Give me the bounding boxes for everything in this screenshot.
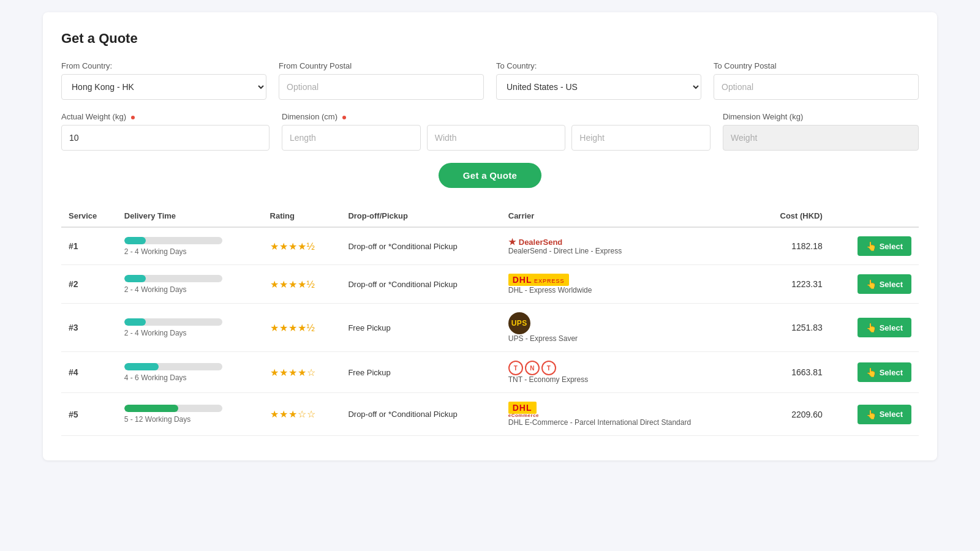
actual-weight-input[interactable]: 10	[61, 125, 270, 151]
select-cell[interactable]: 👆 Select	[830, 393, 919, 436]
col-carrier: Carrier	[501, 205, 756, 227]
form-row-countries: From Country: Hong Kong - HK From Countr…	[61, 61, 919, 100]
cost-cell: 1223.31	[756, 265, 830, 304]
progress-wrap: 4 - 6 Working Days	[124, 363, 255, 382]
select-label: Select	[880, 410, 903, 419]
progress-bar-fill	[124, 275, 146, 282]
carrier-name: UPS - Express Saver	[508, 334, 749, 343]
page-container: Get a Quote From Country: Hong Kong - HK…	[43, 12, 937, 460]
progress-bar-bg	[124, 405, 222, 412]
table-body: #1 2 - 4 Working Days ★★★★½ Drop-off or …	[61, 227, 919, 436]
col-rating: Rating	[263, 205, 341, 227]
dropoff-cell: Drop-off or *Conditional Pickup	[341, 227, 500, 265]
hand-icon: 👆	[866, 241, 876, 251]
required-indicator	[131, 116, 135, 119]
col-service: Service	[61, 205, 117, 227]
select-label: Select	[880, 368, 903, 377]
ups-logo: UPS	[508, 312, 530, 334]
length-input[interactable]	[282, 125, 421, 151]
cost-cell: 1182.18	[756, 227, 830, 265]
select-button[interactable]: 👆 Select	[858, 236, 911, 256]
to-country-label: To Country:	[496, 61, 701, 70]
to-postal-label: To Country Postal	[714, 61, 919, 70]
tnt-logo: T N T	[508, 361, 556, 375]
rating-cell: ★★★★½	[263, 304, 341, 352]
rating-cell: ★★★☆☆	[263, 393, 341, 436]
dhl-logo: DHL EXPRESS	[508, 274, 569, 286]
rating-cell: ★★★★½	[263, 227, 341, 265]
table-row: #3 2 - 4 Working Days ★★★★½ Free Pickup …	[61, 304, 919, 352]
col-cost: Cost (HKD)	[756, 205, 830, 227]
select-cell[interactable]: 👆 Select	[830, 227, 919, 265]
progress-bar-fill	[124, 237, 146, 244]
dealersend-logo: ★DealerSend	[508, 237, 563, 247]
results-table: Service Delivery Time Rating Drop-off/Pi…	[61, 205, 919, 436]
rating-cell: ★★★★☆	[263, 352, 341, 393]
get-quote-button[interactable]: Get a Quote	[439, 163, 541, 188]
row-num: #3	[61, 304, 117, 352]
page-title: Get a Quote	[61, 31, 919, 47]
delivery-cell: 2 - 4 Working Days	[117, 265, 263, 304]
col-dropoff: Drop-off/Pickup	[341, 205, 500, 227]
select-button[interactable]: 👆 Select	[858, 405, 911, 424]
stars: ★★★★½	[270, 279, 315, 290]
delivery-days: 2 - 4 Working Days	[124, 247, 255, 256]
select-cell[interactable]: 👆 Select	[830, 265, 919, 304]
select-button[interactable]: 👆 Select	[858, 362, 911, 382]
width-input[interactable]	[427, 125, 566, 151]
stars: ★★★★½	[270, 323, 315, 333]
row-num: #2	[61, 265, 117, 304]
delivery-cell: 4 - 6 Working Days	[117, 352, 263, 393]
to-postal-group: To Country Postal	[714, 61, 919, 100]
progress-wrap: 5 - 12 Working Days	[124, 405, 255, 424]
select-cell[interactable]: 👆 Select	[830, 304, 919, 352]
delivery-days: 5 - 12 Working Days	[124, 415, 255, 424]
from-country-select[interactable]: Hong Kong - HK	[61, 74, 266, 100]
carrier-cell: ★DealerSend DealerSend - Direct Line - E…	[501, 227, 756, 265]
required-indicator-2	[342, 116, 346, 119]
hand-icon: 👆	[866, 410, 876, 419]
cost-cell: 1251.83	[756, 304, 830, 352]
carrier-cell: T N T TNT - Economy Express	[501, 352, 756, 393]
select-button[interactable]: 👆 Select	[858, 318, 911, 337]
progress-wrap: 2 - 4 Working Days	[124, 318, 255, 337]
select-cell[interactable]: 👆 Select	[830, 352, 919, 393]
select-button[interactable]: 👆 Select	[858, 274, 911, 294]
dim-weight-input	[723, 125, 919, 151]
delivery-days: 4 - 6 Working Days	[124, 373, 255, 382]
delivery-days: 2 - 4 Working Days	[124, 285, 255, 294]
cost-cell: 1663.81	[756, 352, 830, 393]
from-country-group: From Country: Hong Kong - HK	[61, 61, 266, 100]
carrier-name: DHL E-Commerce - Parcel International Di…	[508, 418, 749, 427]
carrier-cell: UPS UPS - Express Saver	[501, 304, 756, 352]
progress-bar-fill	[124, 405, 178, 412]
to-postal-input[interactable]	[714, 74, 919, 100]
select-label: Select	[880, 323, 903, 332]
cost-cell: 2209.60	[756, 393, 830, 436]
progress-bar-bg	[124, 275, 222, 282]
row-num: #4	[61, 352, 117, 393]
progress-wrap: 2 - 4 Working Days	[124, 275, 255, 294]
hand-icon: 👆	[866, 323, 876, 332]
row-num: #1	[61, 227, 117, 265]
to-country-select[interactable]: United States - US	[496, 74, 701, 100]
dimension-inputs	[282, 125, 710, 151]
progress-bar-bg	[124, 363, 222, 370]
progress-bar-fill	[124, 318, 146, 326]
from-postal-label: From Country Postal	[279, 61, 484, 70]
dropoff-cell: Free Pickup	[341, 304, 500, 352]
carrier-name: TNT - Economy Express	[508, 375, 749, 384]
progress-bar-bg	[124, 318, 222, 326]
select-label: Select	[880, 242, 903, 251]
carrier-name: DealerSend - Direct Line - Express	[508, 247, 749, 255]
hand-icon: 👆	[866, 279, 876, 289]
carrier-cell: DHL EXPRESS DHL - Express Worldwide	[501, 265, 756, 304]
height-input[interactable]	[571, 125, 710, 151]
dimension-label: Dimension (cm)	[282, 112, 710, 121]
progress-wrap: 2 - 4 Working Days	[124, 237, 255, 256]
select-label: Select	[880, 280, 903, 289]
from-postal-input[interactable]	[279, 74, 484, 100]
table-row: #5 5 - 12 Working Days ★★★☆☆ Drop-off or…	[61, 393, 919, 436]
delivery-cell: 5 - 12 Working Days	[117, 393, 263, 436]
from-postal-group: From Country Postal	[279, 61, 484, 100]
